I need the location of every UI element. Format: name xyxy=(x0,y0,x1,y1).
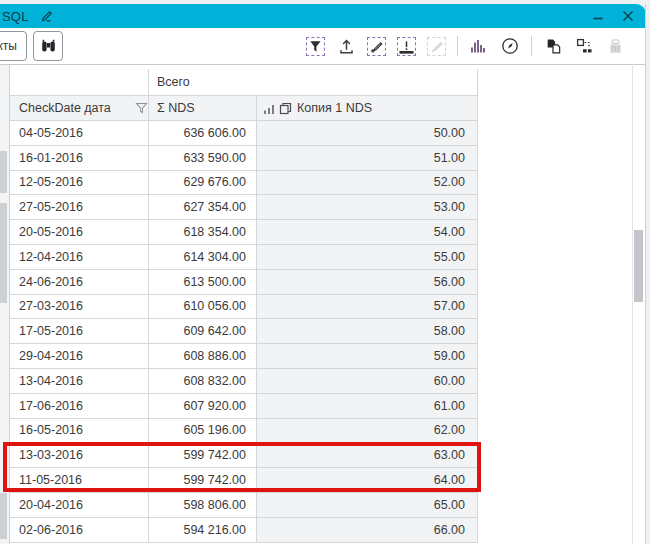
copy-report-icon[interactable] xyxy=(543,36,563,56)
table-row: 02-06-2016 594 216.00 66.00 xyxy=(10,518,478,543)
gutter-mark xyxy=(0,493,7,539)
column-header-checkdate[interactable]: CheckDate дата xyxy=(10,96,149,121)
cell-kopiya-nds[interactable]: 64.00 xyxy=(257,468,478,493)
table-row: 27-03-2016 610 056.00 57.00 xyxy=(10,295,478,320)
copy-icon xyxy=(279,102,292,115)
cell-nds[interactable]: 598 806.00 xyxy=(149,493,257,518)
filter-icon[interactable] xyxy=(306,37,325,56)
cell-checkdate[interactable]: 29-04-2016 xyxy=(10,344,149,369)
table-row: 16-01-2016 633 590.00 51.00 xyxy=(10,146,478,171)
cell-nds[interactable]: 605 196.00 xyxy=(149,419,257,444)
cell-checkdate[interactable]: 20-05-2016 xyxy=(10,220,149,245)
edit-title-icon[interactable] xyxy=(39,9,54,23)
cell-nds[interactable]: 599 742.00 xyxy=(149,468,257,493)
cell-kopiya-nds[interactable]: 53.00 xyxy=(257,195,478,220)
cell-checkdate[interactable]: 24-06-2016 xyxy=(10,270,149,295)
cell-checkdate[interactable]: 13-03-2016 xyxy=(10,443,149,468)
cell-checkdate[interactable]: 27-05-2016 xyxy=(10,195,149,220)
cell-nds[interactable]: 636 606.00 xyxy=(149,121,257,146)
cell-nds[interactable]: 610 056.00 xyxy=(149,295,257,320)
cell-kopiya-nds[interactable]: 63.00 xyxy=(257,443,478,468)
cell-checkdate[interactable]: 17-05-2016 xyxy=(10,319,149,344)
search-button[interactable] xyxy=(33,31,63,61)
edit-disabled-icon xyxy=(427,37,446,56)
cell-nds[interactable]: 613 500.00 xyxy=(149,270,257,295)
cell-kopiya-nds[interactable]: 59.00 xyxy=(257,344,478,369)
toolbar: кты xyxy=(0,28,646,65)
cell-kopiya-nds[interactable]: 58.00 xyxy=(257,319,478,344)
cell-checkdate[interactable]: 11-05-2016 xyxy=(10,468,149,493)
cell-nds[interactable]: 614 304.00 xyxy=(149,245,257,270)
cell-nds[interactable]: 608 886.00 xyxy=(149,344,257,369)
grid-panel: Всего CheckDate дата Σ NDS xyxy=(0,64,646,544)
cell-kopiya-nds[interactable]: 62.00 xyxy=(257,419,478,444)
cell-kopiya-nds[interactable]: 65.00 xyxy=(257,493,478,518)
filter-funnel-outline-icon[interactable] xyxy=(135,102,148,114)
cell-kopiya-nds[interactable]: 55.00 xyxy=(257,245,478,270)
table-row: 12-05-2016 629 676.00 52.00 xyxy=(10,171,478,196)
cell-kopiya-nds[interactable]: 52.00 xyxy=(257,171,478,196)
cell-nds[interactable]: 608 832.00 xyxy=(149,369,257,394)
toolbar-right-icons xyxy=(306,36,625,56)
column-label: Σ NDS xyxy=(157,101,195,115)
cell-kopiya-nds[interactable]: 50.00 xyxy=(257,121,478,146)
cell-kopiya-nds[interactable]: 56.00 xyxy=(257,270,478,295)
vertical-scrollbar-track[interactable] xyxy=(632,64,633,544)
table-row: 29-04-2016 608 886.00 59.00 xyxy=(10,344,478,369)
cell-checkdate[interactable]: 17-06-2016 xyxy=(10,394,149,419)
cell-checkdate[interactable]: 02-06-2016 xyxy=(10,518,149,543)
table-row: 20-04-2016 598 806.00 65.00 xyxy=(10,493,478,518)
grid-corner-cell[interactable] xyxy=(10,69,149,96)
cell-kopiya-nds[interactable]: 54.00 xyxy=(257,220,478,245)
cell-nds[interactable]: 627 354.00 xyxy=(149,195,257,220)
gutter-mark xyxy=(0,203,7,303)
cell-checkdate[interactable]: 27-03-2016 xyxy=(10,295,149,320)
table-row: 04-05-2016 636 606.00 50.00 xyxy=(10,121,478,146)
upload-icon[interactable] xyxy=(336,36,356,56)
cell-checkdate[interactable]: 12-05-2016 xyxy=(10,171,149,196)
gauge-icon[interactable] xyxy=(500,36,520,56)
window-right-border xyxy=(645,4,646,544)
left-gutter xyxy=(0,65,10,544)
close-button[interactable] xyxy=(620,8,636,24)
cell-nds[interactable]: 618 354.00 xyxy=(149,220,257,245)
tree-structure-icon[interactable] xyxy=(574,36,594,56)
histogram-icon[interactable] xyxy=(469,36,489,56)
alert-icon[interactable] xyxy=(397,37,416,56)
group-header-row: Всего xyxy=(10,69,478,96)
cell-nds[interactable]: 633 590.00 xyxy=(149,146,257,171)
table-row: 24-06-2016 613 500.00 56.00 xyxy=(10,270,478,295)
column-label: Копия 1 NDS xyxy=(297,101,372,115)
binoculars-search-icon xyxy=(40,38,57,54)
cell-checkdate[interactable]: 16-01-2016 xyxy=(10,146,149,171)
group-header-cell[interactable]: Всего xyxy=(149,69,478,96)
cell-checkdate[interactable]: 20-04-2016 xyxy=(10,493,149,518)
column-label: CheckDate дата xyxy=(19,101,111,115)
grid-rows: 04-05-2016 636 606.00 50.00 16-01-2016 6… xyxy=(10,121,478,543)
sql-window: SQL кты xyxy=(0,0,646,544)
vertical-scrollbar-thumb[interactable] xyxy=(634,230,643,302)
cell-nds[interactable]: 609 642.00 xyxy=(149,319,257,344)
minimize-button[interactable] xyxy=(590,8,606,24)
cell-checkdate[interactable]: 16-05-2016 xyxy=(10,419,149,444)
clipped-left-button[interactable]: кты xyxy=(0,31,27,61)
column-header-nds[interactable]: Σ NDS xyxy=(149,96,257,121)
cell-nds[interactable]: 629 676.00 xyxy=(149,171,257,196)
cell-kopiya-nds[interactable]: 57.00 xyxy=(257,295,478,320)
column-header-kopiya-nds[interactable]: Копия 1 NDS xyxy=(257,96,478,121)
cell-kopiya-nds[interactable]: 66.00 xyxy=(257,518,478,543)
cell-kopiya-nds[interactable]: 51.00 xyxy=(257,146,478,171)
edit-add-icon[interactable] xyxy=(367,37,386,56)
cell-nds[interactable]: 607 920.00 xyxy=(149,394,257,419)
mini-bar-chart-icon xyxy=(263,102,275,115)
archive-disabled-icon xyxy=(605,36,625,56)
data-grid: Всего CheckDate дата Σ NDS xyxy=(10,69,478,543)
cell-checkdate[interactable]: 04-05-2016 xyxy=(10,121,149,146)
cell-checkdate[interactable]: 13-04-2016 xyxy=(10,369,149,394)
cell-nds[interactable]: 594 216.00 xyxy=(149,518,257,543)
window-titlebar: SQL xyxy=(0,4,646,28)
cell-kopiya-nds[interactable]: 60.00 xyxy=(257,369,478,394)
cell-kopiya-nds[interactable]: 61.00 xyxy=(257,394,478,419)
cell-checkdate[interactable]: 12-04-2016 xyxy=(10,245,149,270)
cell-nds[interactable]: 599 742.00 xyxy=(149,443,257,468)
